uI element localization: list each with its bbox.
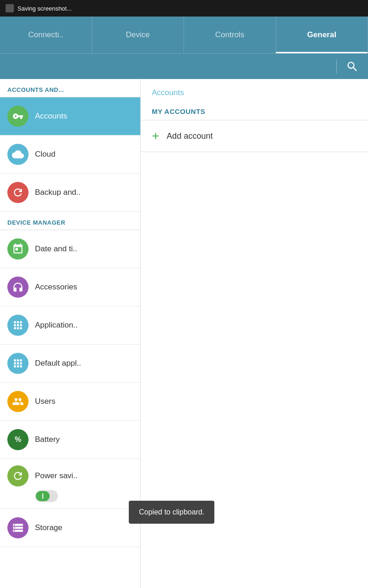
main-content: ACCOUNTS AND... Accounts Cloud: [0, 79, 368, 588]
sidebar-item-backup-label: Backup and..: [35, 188, 80, 197]
sidebar-item-datetime-label: Date and ti..: [35, 244, 77, 254]
tab-device[interactable]: Device: [92, 17, 184, 53]
toggle-track: [35, 490, 58, 502]
sidebar-item-accessories-label: Accessories: [35, 283, 77, 292]
sidebar-item-datetime[interactable]: Date and ti..: [0, 230, 140, 268]
sidebar-item-default-apps-label: Default appl..: [35, 359, 81, 368]
breadcrumb: Accounts: [141, 79, 368, 103]
search-bar: [0, 53, 368, 79]
users-icon: [7, 391, 29, 412]
toggle-line: [42, 493, 43, 499]
add-account-label: Add account: [167, 131, 213, 141]
right-panel: Accounts MY ACCOUNTS + Add account: [141, 79, 368, 588]
storage-icon: [7, 517, 29, 538]
sidebar-item-storage-label: Storage: [35, 523, 63, 532]
toggle-fill: [36, 491, 50, 501]
battery-icon: %: [7, 429, 29, 450]
sidebar-section-device: DEVICE MANAGER: [0, 212, 140, 230]
search-divider: [336, 60, 337, 74]
tab-controls[interactable]: Controls: [184, 17, 276, 53]
status-bar-content: Saving screenshot...: [6, 4, 72, 12]
power-saving-toggle-row: [35, 490, 133, 502]
sidebar-item-accessories[interactable]: Accessories: [0, 268, 140, 306]
sidebar-item-cloud-label: Cloud: [35, 150, 55, 159]
sidebar-item-power-saving-label: Power savi..: [35, 471, 78, 481]
sidebar-item-applications[interactable]: Application..: [0, 306, 140, 345]
sidebar: ACCOUNTS AND... Accounts Cloud: [0, 79, 141, 588]
sidebar-item-accounts[interactable]: Accounts: [0, 97, 140, 136]
sidebar-item-storage[interactable]: Storage: [0, 509, 140, 547]
status-bar: Saving screenshot...: [0, 0, 368, 17]
power-saving-toggle[interactable]: [35, 490, 133, 502]
sidebar-item-cloud[interactable]: Cloud: [0, 136, 140, 174]
tab-general[interactable]: General: [276, 17, 368, 53]
sidebar-item-battery-label: Battery: [35, 435, 60, 444]
datetime-icon: [7, 238, 29, 260]
my-accounts-header: MY ACCOUNTS: [141, 103, 368, 120]
sidebar-item-applications-label: Application..: [35, 321, 78, 330]
default-apps-icon: [7, 353, 29, 374]
status-bar-text: Saving screenshot...: [17, 5, 72, 12]
sidebar-item-power-saving[interactable]: Power savi..: [0, 459, 140, 509]
sidebar-section-accounts: ACCOUNTS AND...: [0, 79, 140, 97]
sidebar-item-default-apps[interactable]: Default appl..: [0, 345, 140, 383]
screenshot-icon: [6, 4, 14, 12]
add-account-plus-icon: +: [152, 130, 159, 142]
accessories-icon: [7, 277, 29, 298]
power-saving-icon: [7, 465, 29, 486]
sidebar-item-users-label: Users: [35, 397, 55, 406]
add-account-row[interactable]: + Add account: [141, 120, 368, 152]
cloud-icon: [7, 144, 29, 165]
search-button[interactable]: [346, 60, 359, 73]
sidebar-item-accounts-label: Accounts: [35, 112, 67, 121]
sidebar-item-users[interactable]: Users: [0, 383, 140, 421]
applications-icon: [7, 315, 29, 336]
sidebar-item-backup[interactable]: Backup and..: [0, 174, 140, 212]
accounts-icon: [7, 106, 29, 127]
backup-icon: [7, 182, 29, 203]
sidebar-item-battery[interactable]: % Battery: [0, 421, 140, 459]
search-icon: [346, 60, 359, 73]
tab-connecti[interactable]: Connecti..: [0, 17, 92, 53]
tab-bar: Connecti.. Device Controls General: [0, 17, 368, 53]
